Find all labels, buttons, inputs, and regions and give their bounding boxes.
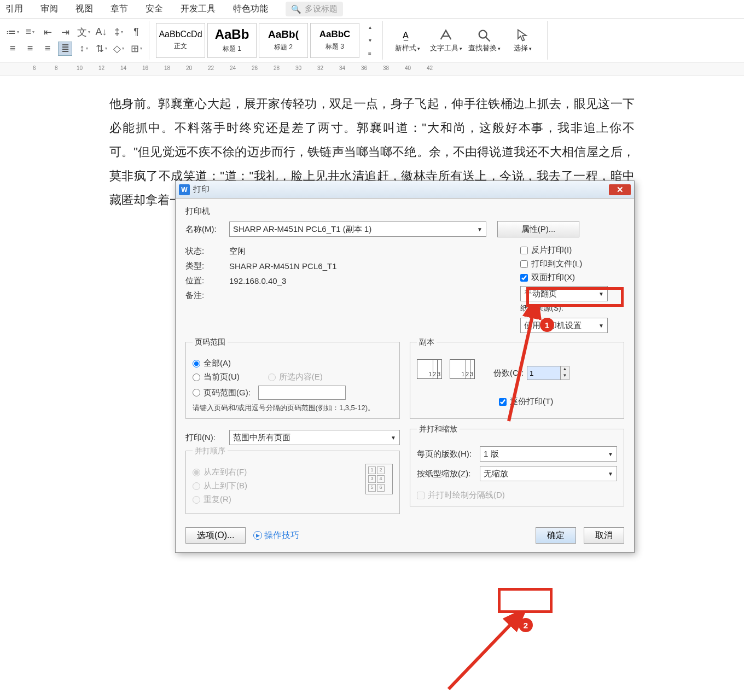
scale-title: 并打和缩放 <box>417 424 460 434</box>
type-value: SHARP AR-M451N PCL6_T1 <box>229 261 336 271</box>
range-current-radio[interactable] <box>193 374 200 381</box>
align-left-button[interactable]: ≡ <box>5 42 20 56</box>
print-to-file-label: 打印到文件(L) <box>531 259 582 269</box>
style-label: 正文 <box>174 42 187 51</box>
print-order-title: 并打顺序 <box>193 446 228 456</box>
printer-name-select[interactable]: SHARP AR-M451N PCL6_T1 (副本 1)▼ <box>229 221 486 237</box>
ok-button[interactable]: 确定 <box>536 527 576 544</box>
indent-right-button[interactable]: ⇥ <box>58 25 72 39</box>
bullet-list-button[interactable]: ≔▾ <box>5 25 20 39</box>
range-pages-label: 页码范围(G): <box>204 388 251 398</box>
style-scroll-down[interactable]: ▾ <box>363 35 377 46</box>
range-all-radio[interactable] <box>193 360 200 368</box>
shading-button[interactable]: ◇▾ <box>112 42 126 56</box>
location-value: 192.168.0.40_3 <box>229 276 286 285</box>
pages-per-sheet-select[interactable]: 1 版▼ <box>480 446 617 462</box>
spacing-button[interactable]: ⇅▾ <box>94 42 108 56</box>
horizontal-ruler: 6810 121416 182022 242628 303234 363840 … <box>0 62 744 75</box>
flip-type-select[interactable]: 手动翻页▼ <box>520 286 608 301</box>
line-spacing-button[interactable]: ‡▾ <box>112 25 126 39</box>
location-label: 位置: <box>185 276 229 286</box>
search-icon: 🔍 <box>291 4 301 14</box>
menu-item[interactable]: 开发工具 <box>181 3 216 15</box>
svg-text:A̲: A̲ <box>403 30 409 40</box>
inverse-print-checkbox[interactable] <box>520 247 528 254</box>
text-direction-button[interactable]: 文▾ <box>77 25 91 39</box>
printer-name-label: 名称(M): <box>185 224 229 235</box>
collate-checkbox[interactable] <box>499 398 507 406</box>
style-heading1[interactable]: AaBb 标题 1 <box>207 23 257 58</box>
paper-source-label: 纸张来源(S): <box>520 304 563 313</box>
align-right-button[interactable]: ≡ <box>40 42 55 56</box>
align-justify-button[interactable]: ≣ <box>58 42 72 56</box>
style-heading3[interactable]: AaBbC 标题 3 <box>310 23 359 58</box>
scale-to-paper-label: 按纸型缩放(Z): <box>417 469 480 479</box>
range-pages-radio[interactable] <box>193 389 200 396</box>
show-marks-button[interactable]: ¶ <box>129 25 143 39</box>
close-button[interactable]: ✕ <box>609 184 631 195</box>
style-heading2[interactable]: AaBb( 标题 2 <box>259 23 308 58</box>
options-button[interactable]: 选项(O)... <box>185 527 246 544</box>
order-preview-grid: 12 34 56 <box>365 464 393 494</box>
borders-button[interactable]: ⊞▾ <box>129 42 143 56</box>
type-label: 类型: <box>185 261 229 271</box>
scale-to-paper-select[interactable]: 无缩放▼ <box>480 466 617 481</box>
menu-item[interactable]: 视图 <box>75 3 93 15</box>
menu-item[interactable]: 安全 <box>146 3 163 15</box>
style-label: 标题 3 <box>326 42 344 51</box>
style-preview: AaBb( <box>268 28 299 40</box>
range-selection-radio <box>268 374 276 381</box>
dialog-title: 打印 <box>193 184 210 195</box>
search-box[interactable]: 🔍 多设标题 <box>286 2 343 16</box>
new-style-button[interactable]: A̲ 新样式▾ <box>388 28 427 53</box>
style-preview: AaBbCcDd <box>159 30 202 39</box>
page-range-input[interactable] <box>258 386 346 400</box>
dialog-footer: 选项(O)... ▶ 操作技巧 确定 取消 <box>176 522 634 552</box>
duplex-label: 双面打印(X) <box>531 272 575 283</box>
style-normal[interactable]: AaBbCcDd 正文 <box>156 23 205 58</box>
print-to-file-checkbox[interactable] <box>520 260 528 268</box>
spinner-down[interactable]: ▼ <box>561 373 569 380</box>
annotation-arrow <box>432 612 531 695</box>
page-range-hint: 请键入页码和/或用逗号分隔的页码范围(例如：1,3,5-12)。 <box>193 403 393 413</box>
style-label: 标题 2 <box>274 43 293 52</box>
collate-preview-icon: 321 <box>417 359 450 387</box>
draw-separator-checkbox <box>417 492 425 499</box>
cancel-button[interactable]: 取消 <box>584 527 624 544</box>
menu-item[interactable]: 审阅 <box>40 3 58 15</box>
indent-left-button[interactable]: ⇤ <box>40 25 55 39</box>
duplex-checkbox[interactable] <box>520 274 528 282</box>
properties-button[interactable]: 属性(P)... <box>497 221 579 237</box>
ribbon-group-tools: A̲ 新样式▾ 文字工具▾ 查找替换▾ 选择▾ <box>383 21 548 60</box>
copies-input[interactable] <box>527 366 560 380</box>
dialog-titlebar[interactable]: W 打印 ✕ <box>176 181 634 199</box>
status-value: 空闲 <box>229 246 246 256</box>
line-height-button[interactable]: ↕▾ <box>77 42 91 56</box>
paper-source-select[interactable]: 使用打印机设置▼ <box>520 318 608 333</box>
printer-section-title: 打印机 <box>185 206 624 217</box>
print-what-select[interactable]: 范围中所有页面▼ <box>229 430 400 445</box>
ribbon-group-styles: AaBbCcDd 正文 AaBb 标题 1 AaBb( 标题 2 AaBbC 标… <box>149 21 383 60</box>
print-order-fieldset: 并打顺序 从左到右(F) 从上到下(B) 重复(R) 12 34 56 <box>185 451 400 514</box>
copies-fieldset: 副本 321 321 份数(C): ▲▼ <box>410 342 624 419</box>
find-replace-button[interactable]: 查找替换▾ <box>465 28 503 53</box>
ribbon-group-paragraph: ≔▾ ≡▾ ⇤ ⇥ ≡ ≡ ≡ ≣ 文▾ A↓ ‡▾ ¶ ↕▾ ⇅▾ ◇ <box>0 21 149 60</box>
order-ltr-radio <box>193 469 200 476</box>
select-button[interactable]: 选择▾ <box>503 28 542 53</box>
number-list-button[interactable]: ≡▾ <box>23 25 37 39</box>
style-expand[interactable]: ≡ <box>363 48 377 59</box>
tips-link[interactable]: ▶ 操作技巧 <box>253 530 299 541</box>
text-tool-button[interactable]: 文字工具▾ <box>427 28 465 53</box>
menu-item[interactable]: 引用 <box>5 3 23 15</box>
style-scroll-up[interactable]: ▴ <box>363 22 377 33</box>
copies-spinner[interactable]: ▲▼ <box>527 366 569 380</box>
svg-point-1 <box>479 30 487 38</box>
menu-item[interactable]: 特色功能 <box>233 3 268 15</box>
print-dialog: W 打印 ✕ 打印机 名称(M): SHARP AR-M451N PCL6_T1… <box>175 180 635 553</box>
search-placeholder: 多设标题 <box>305 4 338 14</box>
sort-button[interactable]: A↓ <box>94 25 108 39</box>
menu-item[interactable]: 章节 <box>111 3 128 15</box>
order-repeat-label: 重复(R) <box>204 494 231 505</box>
align-center-button[interactable]: ≡ <box>23 42 37 56</box>
spinner-up[interactable]: ▲ <box>561 366 569 373</box>
